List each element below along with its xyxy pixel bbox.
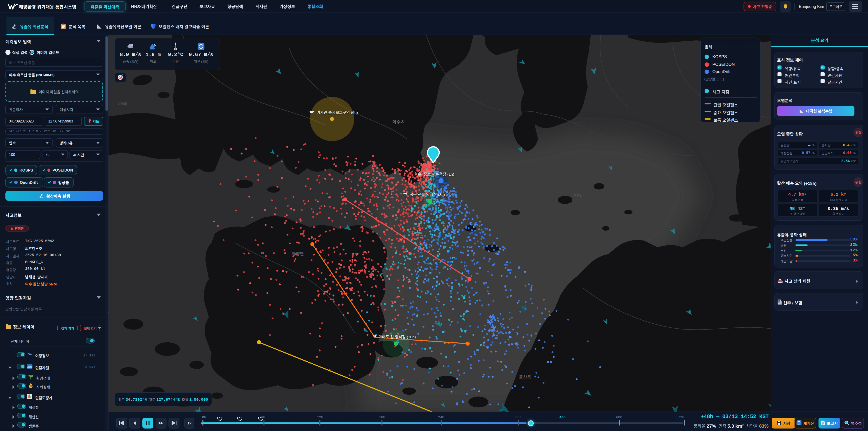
svg-text:$: $ bbox=[30, 384, 32, 388]
